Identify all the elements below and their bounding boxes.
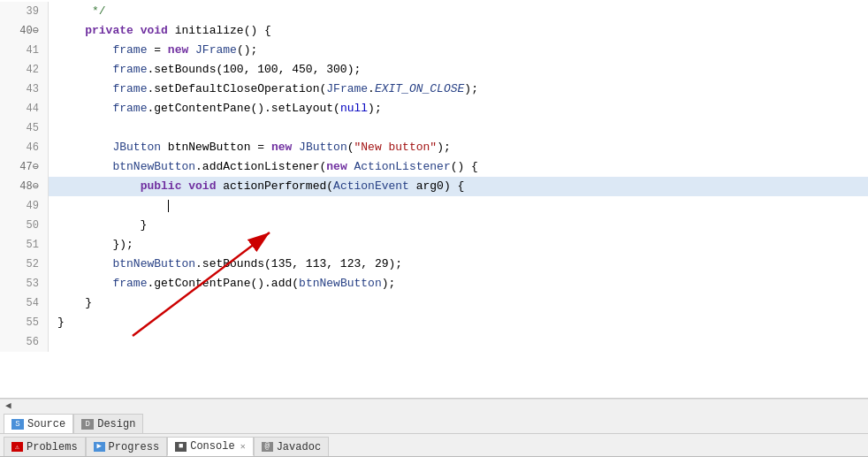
- line-content-49: [49, 196, 868, 216]
- line-content-51: });: [49, 235, 868, 255]
- code-line-54: 54 }: [0, 293, 868, 313]
- line-number-54: 54: [0, 293, 49, 313]
- line-number-47: 47⊖: [0, 157, 49, 177]
- bottom-tabbar: ⚠ Problems ▶ Progress ■ Console ✕ @ Java…: [0, 434, 868, 457]
- code-line-39: 39 */: [0, 2, 868, 21]
- console-close-icon[interactable]: ✕: [240, 441, 246, 452]
- design-tab-icon: D: [81, 419, 94, 430]
- line-content-46: JButton btnNewButton = new JButton("New …: [49, 138, 868, 157]
- code-line-43: 43 frame.setDefaultCloseOperation(JFrame…: [0, 80, 868, 99]
- code-editor[interactable]: 39 */ 40⊖ private void initialize() { 41…: [0, 0, 868, 399]
- problems-tab-label: Problems: [27, 441, 78, 453]
- tab-javadoc[interactable]: @ Javadoc: [254, 437, 329, 456]
- javadoc-tab-label: Javadoc: [277, 441, 321, 453]
- progress-tab-label: Progress: [109, 441, 160, 453]
- console-icon: ■: [175, 442, 187, 452]
- code-line-42: 42 frame.setBounds(100, 100, 450, 300);: [0, 60, 868, 80]
- code-line-53: 53 frame.getContentPane().add(btnNewButt…: [0, 274, 868, 293]
- javadoc-icon: @: [262, 442, 273, 452]
- tab-problems[interactable]: ⚠ Problems: [4, 437, 86, 456]
- code-line-41: 41 frame = new JFrame();: [0, 41, 868, 60]
- code-line-50: 50 }: [0, 216, 868, 235]
- source-tab-icon: S: [11, 419, 24, 430]
- line-number-56: 56: [0, 332, 49, 352]
- code-line-45: 45: [0, 118, 868, 138]
- line-content-50: }: [49, 216, 868, 235]
- code-line-47: 47⊖ btnNewButton.addActionListener(new A…: [0, 157, 868, 177]
- code-line-48: 48⊖ public void actionPerformed(ActionEv…: [0, 177, 868, 196]
- line-number-52: 52: [0, 255, 49, 274]
- tab-source[interactable]: S Source: [4, 414, 73, 433]
- line-number-42: 42: [0, 60, 49, 80]
- line-content-42: frame.setBounds(100, 100, 450, 300);: [49, 60, 868, 80]
- line-content-44: frame.getContentPane().setLayout(null);: [49, 99, 868, 118]
- line-content-39: */: [49, 2, 868, 21]
- line-number-53: 53: [0, 274, 49, 293]
- line-content-53: frame.getContentPane().add(btnNewButton)…: [49, 274, 868, 293]
- code-line-46: 46 JButton btnNewButton = new JButton("N…: [0, 138, 868, 157]
- code-line-52: 52 btnNewButton.setBounds(135, 113, 123,…: [0, 255, 868, 274]
- line-number-55: 55: [0, 313, 49, 332]
- source-design-tabbar: S Source D Design: [0, 411, 868, 434]
- line-number-40: 40⊖: [0, 21, 49, 41]
- code-line-51: 51 });: [0, 235, 868, 255]
- code-line-40: 40⊖ private void initialize() {: [0, 21, 868, 41]
- line-number-49: 49: [0, 196, 49, 216]
- code-line-49: 49: [0, 196, 868, 216]
- code-line-55: 55 }: [0, 313, 868, 332]
- line-number-48: 48⊖: [0, 177, 49, 196]
- line-content-40: private void initialize() {: [49, 21, 868, 41]
- console-tab-label: Console: [190, 440, 234, 453]
- line-number-43: 43: [0, 80, 49, 99]
- line-number-51: 51: [0, 235, 49, 255]
- line-content-48: public void actionPerformed(ActionEvent …: [49, 177, 868, 196]
- line-content-47: btnNewButton.addActionListener(new Actio…: [49, 157, 868, 177]
- line-number-39: 39: [0, 2, 49, 21]
- tab-design[interactable]: D Design: [73, 414, 143, 433]
- design-tab-label: Design: [97, 418, 135, 430]
- line-content-52: btnNewButton.setBounds(135, 113, 123, 29…: [49, 255, 868, 274]
- line-number-46: 46: [0, 138, 49, 157]
- line-content-43: frame.setDefaultCloseOperation(JFrame.EX…: [49, 80, 868, 99]
- horizontal-scrollbar[interactable]: ◀: [0, 399, 868, 411]
- code-lines: 39 */ 40⊖ private void initialize() { 41…: [0, 0, 868, 352]
- line-content-55: }: [49, 313, 868, 332]
- code-line-44: 44 frame.getContentPane().setLayout(null…: [0, 99, 868, 118]
- line-content-41: frame = new JFrame();: [49, 41, 868, 60]
- line-number-44: 44: [0, 99, 49, 118]
- problems-icon: ⚠: [11, 442, 23, 452]
- line-number-45: 45: [0, 118, 49, 138]
- tab-console[interactable]: ■ Console ✕: [167, 437, 253, 456]
- scroll-left-icon[interactable]: ◀: [5, 400, 11, 411]
- line-number-41: 41: [0, 41, 49, 60]
- line-content-54: }: [49, 293, 868, 313]
- line-number-50: 50: [0, 216, 49, 235]
- source-tab-label: Source: [27, 418, 65, 430]
- code-line-56: 56: [0, 332, 868, 352]
- tab-progress[interactable]: ▶ Progress: [86, 437, 168, 456]
- progress-icon: ▶: [94, 442, 105, 452]
